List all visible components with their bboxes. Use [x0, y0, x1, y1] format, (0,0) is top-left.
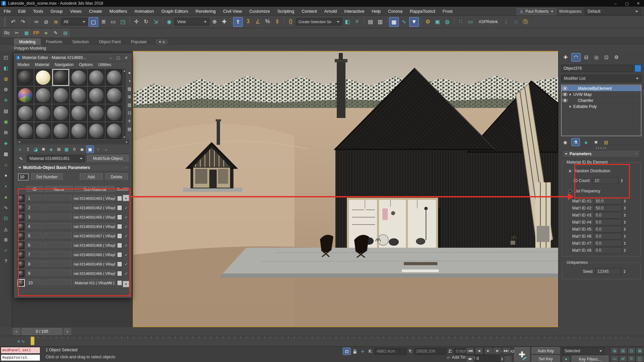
undo-icon[interactable]: ↶ — [9, 17, 18, 26]
material-sample-slot[interactable] — [70, 105, 87, 121]
menu-item[interactable]: Group — [47, 9, 66, 14]
menu-item[interactable]: Utilities — [98, 62, 111, 67]
substance-icon[interactable]: Ⓢ — [521, 17, 530, 26]
material-id-field[interactable]: 4 — [26, 223, 42, 230]
left-toolbar-icon[interactable]: ⊞ — [2, 128, 10, 136]
material-sample-slot[interactable] — [88, 105, 105, 121]
sub-material-button[interactable]: erial #2146931452 ( VRayM — [73, 204, 115, 211]
scroll-left-icon[interactable]: ◄ — [18, 140, 20, 143]
ribbon-minimize-control[interactable]: ▼ ◎ — [156, 40, 168, 44]
add-button[interactable]: Add — [80, 173, 102, 181]
pin-stack-icon[interactable]: ◉ — [561, 138, 569, 146]
parameters-rollout-header[interactable]: Parameters ⁙ — [562, 150, 640, 158]
menu-item[interactable]: Graph Editors — [158, 9, 192, 14]
onoff-checkbox[interactable]: ✓ — [124, 224, 128, 229]
menu-item[interactable]: Animation — [131, 9, 158, 14]
material-thumbnail[interactable] — [17, 195, 24, 202]
material-sample-slot[interactable] — [17, 87, 34, 104]
matl-id-field[interactable]: 50.0 — [594, 205, 622, 212]
material-color-swatch[interactable] — [117, 205, 122, 210]
isolate-selection-toggle[interactable]: ⊡ — [343, 348, 351, 355]
menu-item[interactable]: Customize — [246, 9, 273, 14]
object-name-field[interactable]: Object376 — [561, 65, 633, 72]
modify-tab-icon[interactable]: ◠ — [571, 53, 581, 62]
material-id-field[interactable]: 6 — [26, 242, 42, 249]
background-icon[interactable]: ▨ — [126, 86, 132, 92]
material-count-field[interactable]: 10 — [18, 174, 29, 180]
left-toolbar-icon[interactable]: ◰ — [2, 53, 10, 61]
reset-map-icon[interactable]: ✖ — [40, 146, 47, 153]
snaps-toggle-icon[interactable]: ⇑ — [233, 17, 243, 27]
menu-item[interactable]: Modifiers — [106, 9, 131, 14]
spreadsheet-icon[interactable]: ▦ — [22, 29, 31, 37]
selection-lock-icon[interactable] — [353, 349, 357, 354]
eyedropper-icon[interactable]: ✎ — [17, 155, 25, 162]
visibility-eye-icon[interactable] — [562, 93, 568, 96]
go-to-end-button[interactable]: ▶▶| — [502, 347, 511, 354]
material-name-field[interactable] — [44, 280, 72, 286]
zoom-extents-all-icon[interactable]: ⊠ — [636, 347, 644, 354]
rectangular-selection-icon[interactable]: ▭ — [109, 17, 118, 26]
options-icon[interactable]: ⊡ — [126, 110, 132, 116]
sample-type-icon[interactable]: ● — [126, 70, 132, 76]
select-and-scale-icon[interactable]: ⇲ — [151, 17, 160, 26]
bind-to-space-warp-icon[interactable]: ≋ — [51, 17, 60, 26]
toolbar-icon[interactable] — [387, 17, 387, 25]
scene-explorer-icon[interactable]: ▥ — [376, 17, 385, 26]
material-name-field[interactable] — [44, 270, 72, 277]
schematic-view-icon[interactable]: ▼ — [409, 17, 419, 27]
modifier-stack-row[interactable]: Chamfer — [561, 98, 641, 104]
ribbon-tab[interactable]: Object Paint — [94, 39, 125, 45]
mirror-icon[interactable]: ◧ — [343, 17, 352, 26]
sub-material-button[interactable]: erial #2146931458 ( VRayM — [73, 242, 115, 249]
material-sample-slot[interactable] — [70, 122, 87, 139]
material-thumbnail[interactable] — [17, 232, 24, 240]
left-toolbar-icon[interactable]: ▲ — [2, 193, 10, 200]
go-forward-sibling-icon[interactable]: → — [102, 146, 109, 153]
onoff-checkbox[interactable]: ✓ — [124, 243, 128, 248]
select-by-name-icon[interactable]: ≣ — [99, 17, 108, 26]
get-material-icon[interactable]: ◐ — [17, 146, 24, 153]
sub-material-button[interactable]: erial #2146931460 ( VRayM — [73, 251, 115, 258]
material-sample-slot[interactable] — [106, 69, 122, 86]
material-sample-slot[interactable] — [35, 87, 51, 104]
create-tab-icon[interactable]: ✚ — [561, 53, 570, 61]
select-and-link-icon[interactable]: ∞ — [32, 17, 41, 26]
timeline-ruler[interactable] — [32, 336, 628, 346]
spinner-control[interactable] — [624, 221, 626, 224]
redo-icon[interactable]: ↷ — [18, 17, 28, 26]
left-toolbar-icon[interactable]: ✛ — [2, 96, 10, 104]
material-sample-slot[interactable] — [17, 69, 34, 86]
pen-icon[interactable]: ✎ — [51, 29, 60, 37]
material-sample-slot[interactable] — [35, 69, 51, 86]
make-unique-stack-icon[interactable]: ◈ — [582, 138, 590, 146]
prev-frame-button[interactable]: ◀| — [475, 347, 483, 354]
id-column-header[interactable]: ID — [26, 186, 43, 193]
go-to-parent-icon[interactable]: ↑ — [95, 146, 102, 153]
table-scroll-down-icon[interactable]: ▼ — [123, 281, 129, 287]
key-mode-icon[interactable]: ◆ — [562, 356, 570, 362]
timeline[interactable]: ≡ ∿ — [0, 336, 644, 347]
material-id-field[interactable]: 10 — [26, 280, 42, 286]
matl-id-field[interactable]: 0.0 — [594, 240, 622, 247]
material-color-swatch[interactable] — [117, 252, 122, 257]
delete-button[interactable]: Delete — [105, 173, 128, 181]
sample-tiling-icon[interactable]: ⊞ — [126, 94, 132, 100]
left-toolbar-icon[interactable]: ⚙ — [2, 85, 10, 93]
material-sample-slot[interactable] — [35, 122, 51, 139]
next-frame-button[interactable]: > — [64, 328, 71, 335]
angle-snap-icon[interactable]: ∠ — [253, 17, 262, 26]
matl-id-field[interactable]: 0.0 — [594, 233, 622, 240]
menu-item[interactable]: Options — [79, 62, 93, 67]
material-thumbnail[interactable] — [17, 270, 24, 277]
auto-key-button[interactable]: Auto Key — [532, 347, 560, 354]
sub-material-button[interactable]: Material #11 ( VRayMtl ) — [73, 280, 115, 286]
left-toolbar-icon[interactable]: ◉ — [2, 118, 10, 125]
material-id-field[interactable]: 5 — [26, 233, 42, 239]
frame-range-display[interactable]: 0 / 100 — [21, 328, 62, 335]
motion-tab-icon[interactable]: ◎ — [592, 53, 601, 61]
maximize-button[interactable]: ▢ — [621, 0, 633, 7]
utilities-tab-icon[interactable]: ⚙ — [612, 53, 621, 61]
material-name-field[interactable] — [44, 195, 72, 202]
select-object-icon[interactable]: ▢ — [89, 17, 98, 27]
